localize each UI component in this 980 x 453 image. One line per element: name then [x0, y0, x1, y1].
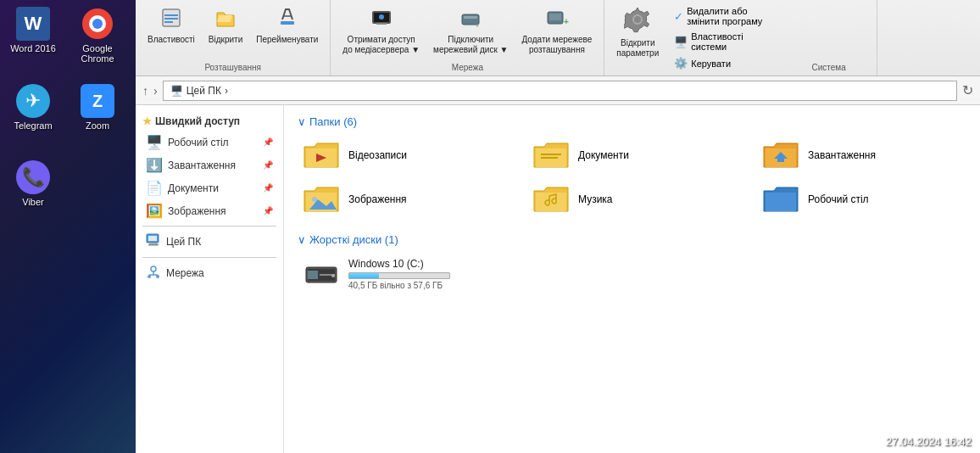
- ribbon-group-system: Відкритипараметри ✓ Видалити або змінити…: [604, 0, 877, 76]
- svg-point-28: [148, 275, 151, 278]
- ribbon-btn-add-network[interactable]: + Додати мережеверозташування: [516, 3, 597, 58]
- drive-item-c[interactable]: Windows 10 (C:) 40,5 ГБ вільно з 57,6 ГБ: [298, 254, 966, 294]
- pin-icon-downloads: 📌: [263, 160, 273, 170]
- ribbon-btn-open-settings[interactable]: Відкритипараметри: [611, 3, 664, 61]
- svg-rect-23: [149, 243, 158, 244]
- drives-chevron-icon: ∨: [298, 233, 306, 246]
- remove-program-icon: ✓: [674, 10, 683, 23]
- ribbon-btn-remove-program[interactable]: ✓ Видалити або змінити програму: [671, 4, 781, 28]
- quick-access-label: Швидкий доступ: [155, 115, 240, 127]
- desktop-icon-telegram-label: Telegram: [14, 120, 52, 131]
- desktop-icon-zoom[interactable]: Z Zoom: [68, 81, 127, 134]
- ribbon-btn-map-drive-label: Підключитимережевий диск ▼: [433, 35, 508, 55]
- svg-point-29: [156, 275, 159, 278]
- svg-point-25: [151, 266, 156, 271]
- sidebar-item-network[interactable]: Мережа: [136, 261, 283, 285]
- sidebar-network-label: Мережа: [166, 267, 204, 279]
- ribbon-system-small-buttons: ✓ Видалити або змінити програму 🖥️ Власт…: [671, 4, 781, 71]
- content-panel: ∨ Папки (6) Відеозаписи: [284, 105, 980, 453]
- svg-point-15: [476, 25, 479, 27]
- desktop-icon-viber[interactable]: 📞 Viber: [3, 157, 63, 210]
- datetime-text: 27.04.2024 16:42: [886, 435, 972, 448]
- ribbon-btn-settings-label: Відкритипараметри: [616, 38, 659, 59]
- svg-rect-42: [766, 193, 796, 211]
- sidebar-downloads-label: Завантаження: [168, 159, 236, 171]
- desktop-icon-viber-label: Viber: [22, 197, 43, 207]
- drives-section-header[interactable]: ∨ Жорсткі диски (1): [298, 233, 966, 246]
- c-drive-icon: [303, 259, 340, 289]
- open-icon: [214, 6, 237, 33]
- rename-icon: [276, 6, 299, 33]
- nav-separator: ›: [153, 84, 158, 98]
- desktop-icon-chrome-label: GoogleChrome: [81, 43, 114, 64]
- svg-rect-13: [462, 14, 479, 25]
- ribbon-btn-rename[interactable]: Перейменувати: [251, 3, 323, 48]
- ribbon-btn-system-props[interactable]: 🖥️ Властивості системи: [671, 30, 781, 53]
- svg-point-47: [331, 274, 335, 277]
- c-drive-bar-bg: [348, 272, 450, 279]
- ribbon-btn-manage[interactable]: ⚙️ Керувати: [671, 55, 781, 71]
- sidebar-item-this-pc[interactable]: Цей ПК: [136, 230, 283, 254]
- folder-item-videos[interactable]: Відеозаписи: [298, 137, 507, 174]
- sidebar-item-documents[interactable]: 📄 Документи 📌: [136, 176, 283, 199]
- sidebar-documents-label: Документи: [168, 182, 219, 194]
- documents-folder-icon: [532, 140, 570, 171]
- pin-icon-desktop: 📌: [263, 137, 273, 147]
- ribbon-group-location-label: Розташування: [204, 63, 261, 72]
- ribbon-group-system-label: Система: [788, 63, 870, 72]
- desktop-icon-telegram[interactable]: ✈ Telegram: [3, 81, 63, 134]
- sidebar-pictures-label: Зображення: [168, 205, 226, 217]
- ribbon-btn-properties[interactable]: Властивості: [142, 3, 200, 48]
- quick-access-star-icon: ★: [142, 115, 152, 127]
- c-drive-bar-fill: [349, 273, 379, 278]
- svg-rect-7: [281, 21, 294, 25]
- drives-section: ∨ Жорсткі диски (1) Windows 10 (C:): [298, 233, 966, 294]
- folder-item-downloads[interactable]: Завантаження: [757, 137, 966, 174]
- folders-chevron-icon: ∨: [298, 115, 306, 128]
- sidebar-item-pictures[interactable]: 🖼️ Зображення 📌: [136, 199, 283, 222]
- svg-rect-6: [164, 21, 173, 23]
- downloads-folder-label: Завантаження: [808, 149, 876, 161]
- ribbon-toolbar: Властивості Відкрити Перейменувати Розта…: [136, 0, 980, 76]
- sidebar-item-desktop[interactable]: 🖥️ Робочий стіл 📌: [136, 131, 283, 154]
- svg-text:+: +: [564, 17, 569, 26]
- music-folder-label: Музика: [578, 193, 613, 205]
- ribbon-btn-media-server-label: Отримати доступдо медіасервера ▼: [342, 35, 420, 55]
- folder-item-documents[interactable]: Документи: [527, 137, 737, 174]
- add-network-icon: +: [545, 6, 569, 33]
- refresh-button[interactable]: ↻: [962, 82, 973, 98]
- sidebar-quick-access[interactable]: ★ Швидкий доступ: [136, 112, 283, 131]
- nav-up-arrow[interactable]: ↑: [142, 84, 148, 98]
- svg-rect-4: [164, 14, 178, 16]
- ribbon-btn-manage-label: Керувати: [691, 59, 731, 69]
- c-drive-size: 40,5 ГБ вільно з 57,6 ГБ: [348, 281, 961, 290]
- videos-folder-icon: [303, 140, 340, 171]
- address-path[interactable]: 🖥️ Цей ПК ›: [163, 81, 957, 101]
- pictures-folder-label: Зображення: [348, 193, 407, 205]
- c-drive-info: Windows 10 (C:) 40,5 ГБ вільно з 57,6 ГБ: [348, 258, 961, 290]
- pc-icon: 🖥️: [170, 85, 183, 97]
- svg-rect-11: [376, 23, 387, 25]
- svg-point-12: [379, 14, 384, 20]
- ribbon-btn-media-server[interactable]: Отримати доступдо медіасервера ▼: [337, 3, 425, 58]
- ribbon-btn-properties-label: Властивості: [148, 35, 195, 45]
- sidebar-item-downloads[interactable]: ⬇️ Завантаження 📌: [136, 154, 283, 176]
- ribbon-btn-open[interactable]: Відкрити: [203, 3, 248, 48]
- folders-section-header[interactable]: ∨ Папки (6): [298, 115, 966, 128]
- desktop-icon-chrome[interactable]: GoogleChrome: [68, 3, 127, 67]
- documents-icon: 📄: [146, 180, 163, 196]
- desktop-icon-word[interactable]: W Word 2016: [3, 3, 63, 57]
- desktop-folder-label: Робочий стіл: [808, 193, 869, 205]
- folder-item-music[interactable]: Музика: [527, 181, 737, 218]
- ribbon-btn-add-network-label: Додати мережеверозташування: [521, 35, 592, 55]
- svg-rect-34: [541, 157, 558, 159]
- folder-item-desktop[interactable]: Робочий стіл: [757, 181, 966, 218]
- downloads-folder-icon: [762, 140, 799, 171]
- ribbon-btn-map-drive[interactable]: Підключитимережевий диск ▼: [428, 3, 513, 58]
- this-pc-icon: [146, 233, 161, 250]
- ribbon-group-network-label: Мережа: [452, 63, 483, 72]
- folders-header-label: Папки (6): [309, 115, 357, 128]
- svg-rect-5: [164, 18, 178, 20]
- svg-rect-24: [148, 244, 159, 246]
- folder-item-pictures[interactable]: Зображення: [298, 181, 507, 218]
